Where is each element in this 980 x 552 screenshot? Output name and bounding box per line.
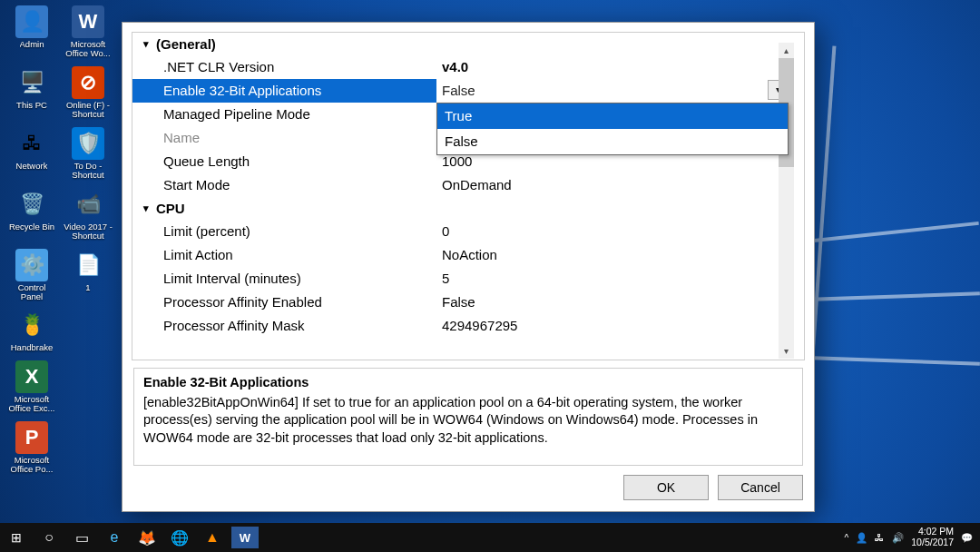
desktop-icon-label: Handbrake	[11, 343, 53, 352]
tray-overflow-icon[interactable]: ^	[845, 533, 849, 543]
desktop-icon-label: Admin	[20, 40, 44, 49]
dropdown-menu[interactable]: TrueFalse	[436, 103, 789, 155]
chrome-icon[interactable]: 🌐	[163, 523, 196, 552]
property-name: Enable 32-Bit Applications	[132, 79, 436, 103]
property-row-net[interactable]: .NET CLR Versionv4.0	[132, 55, 789, 79]
property-row-pae[interactable]: Processor Affinity EnabledFalse	[132, 291, 789, 314]
dropdown-option-false[interactable]: False	[437, 129, 788, 154]
desktop-icon-todo[interactable]: 🛡️To Do - Shortcut	[62, 127, 114, 181]
desktop-icon-controlpanel[interactable]: ⚙️Control Panel	[5, 249, 58, 302]
taskbar-clock[interactable]: 4:02 PM 10/5/2017	[911, 527, 954, 547]
advanced-settings-dialog: ▾(General).NET CLR Versionv4.0Enable 32-…	[122, 22, 815, 512]
desktop-icon-excel[interactable]: XMicrosoft Office Exc...	[5, 360, 58, 414]
property-row-sm[interactable]: Start ModeOnDemand	[132, 173, 789, 197]
property-value[interactable]: 4294967295	[436, 314, 789, 338]
excel-icon: X	[15, 360, 48, 393]
property-row-lp[interactable]: Limit (percent)0	[132, 220, 789, 243]
tray-volume-icon[interactable]: 🔊	[892, 532, 904, 544]
start-button[interactable]: ⊞	[0, 523, 33, 552]
property-grid: ▾(General).NET CLR Versionv4.0Enable 32-…	[132, 32, 805, 360]
category-general[interactable]: ▾(General)	[132, 33, 789, 55]
property-value[interactable]: NoAction	[436, 243, 789, 267]
action-center-icon[interactable]: 💬	[961, 532, 973, 544]
chevron-down-icon: ▾	[138, 38, 154, 50]
cancel-button[interactable]: Cancel	[718, 475, 803, 500]
property-name: Queue Length	[132, 150, 436, 173]
tray-network-icon[interactable]: 🖧	[875, 532, 885, 543]
property-value[interactable]: False	[436, 291, 789, 314]
desktop-icon-ppt[interactable]: PMicrosoft Office Po...	[5, 421, 58, 475]
ok-button[interactable]: OK	[623, 475, 709, 500]
desktop-icon-recyclebin[interactable]: 🗑️Recycle Bin	[5, 188, 58, 242]
property-name: Processor Affinity Enabled	[132, 291, 436, 314]
firefox-icon[interactable]: 🦊	[131, 523, 163, 552]
property-name: Processor Affinity Mask	[132, 314, 436, 338]
thispc-icon: 🖥️	[15, 66, 48, 99]
property-value[interactable]: 0	[436, 220, 789, 243]
chevron-down-icon: ▾	[138, 202, 154, 214]
tray-people-icon[interactable]: 👤	[856, 532, 867, 544]
property-name: Managed Pipeline Mode	[132, 103, 436, 126]
desktop-icon-label: Network	[16, 162, 48, 171]
edge-icon[interactable]: e	[98, 523, 131, 552]
dialog-buttons: OK Cancel	[122, 466, 814, 511]
vlc-icon[interactable]: ▲	[196, 523, 229, 552]
admin-icon: 👤	[15, 5, 48, 38]
dropdown-option-true[interactable]: True	[437, 104, 788, 129]
network-icon: 🖧	[15, 127, 48, 160]
property-name: Limit (percent)	[132, 220, 436, 243]
onlinef-icon: ⊘	[72, 66, 104, 99]
desktop: 👤AdminWMicrosoft Office Wo...🖥️This PC⊘O…	[0, 0, 118, 480]
clock-date: 10/5/2017	[911, 537, 954, 548]
desktop-icon-label: To Do - Shortcut	[64, 162, 113, 181]
word-icon: W	[72, 5, 104, 38]
property-row-li[interactable]: Limit Interval (minutes)5	[132, 267, 789, 291]
help-title: Enable 32-Bit Applications	[143, 374, 793, 392]
property-row-pam[interactable]: Processor Affinity Mask4294967295	[132, 314, 789, 338]
desktop-icon-label: This PC	[16, 101, 47, 110]
desktop-icon-label: Video 2017 - Shortcut	[64, 222, 113, 242]
desktop-icon-label: Control Panel	[7, 283, 56, 302]
property-name: Limit Action	[132, 243, 436, 267]
scroll-up-icon[interactable]: ▴	[779, 43, 794, 58]
system-tray[interactable]: ^ 👤 🖧 🔊 4:02 PM 10/5/2017 💬	[845, 527, 980, 547]
desktop-icon-word[interactable]: WMicrosoft Office Wo...	[62, 5, 114, 59]
desktop-icon-thispc[interactable]: 🖥️This PC	[5, 66, 58, 120]
desktop-icon-onlinef[interactable]: ⊘Online (F) - Shortcut	[62, 66, 114, 120]
property-name: Start Mode	[132, 173, 436, 197]
help-panel: Enable 32-Bit Applications [enable32BitA…	[133, 368, 803, 466]
scrollbar[interactable]: ▴ ▾	[779, 43, 794, 359]
todo-icon: 🛡️	[72, 127, 104, 160]
word-taskbar-icon[interactable]: W	[231, 527, 259, 548]
property-value[interactable]: OnDemand	[436, 173, 789, 197]
scroll-down-icon[interactable]: ▾	[779, 343, 794, 359]
desktop-icon-handbrake[interactable]: 🍍Handbrake	[5, 309, 58, 352]
ppt-icon: P	[15, 421, 48, 454]
property-name: Limit Interval (minutes)	[132, 267, 436, 291]
desktop-icon-one[interactable]: 📄1	[62, 249, 114, 302]
desktop-icon-admin[interactable]: 👤Admin	[5, 5, 58, 59]
desktop-icon-label: Microsoft Office Wo...	[64, 40, 113, 59]
desktop-icon-video2017[interactable]: 📹Video 2017 - Shortcut	[62, 188, 114, 242]
help-body: [enable32BitAppOnWin64] If set to true f…	[143, 394, 793, 448]
property-name: .NET CLR Version	[132, 55, 436, 79]
video2017-icon: 📹	[72, 188, 104, 221]
desktop-icon-label: Online (F) - Shortcut	[64, 101, 113, 120]
desktop-icon-network[interactable]: 🖧Network	[5, 127, 58, 181]
recyclebin-icon: 🗑️	[15, 188, 48, 221]
category-cpu[interactable]: ▾CPU	[132, 197, 789, 220]
property-value[interactable]: v4.0	[436, 55, 789, 79]
taskbar: ⊞ ○ ▭ e 🦊 🌐 ▲ W ^ 👤 🖧 🔊 4:02 PM 10/5/201…	[0, 523, 980, 552]
one-icon: 📄	[72, 249, 104, 281]
desktop-icon-label: 1	[85, 283, 90, 292]
controlpanel-icon: ⚙️	[15, 249, 48, 281]
taskview-button[interactable]: ▭	[65, 523, 98, 552]
handbrake-icon: 🍍	[15, 309, 48, 341]
property-name: Name	[132, 126, 436, 150]
desktop-icon-label: Microsoft Office Exc...	[7, 395, 56, 414]
cortana-button[interactable]: ○	[33, 523, 65, 552]
property-row-e32[interactable]: Enable 32-Bit ApplicationsFalse▾	[132, 79, 789, 103]
property-row-la[interactable]: Limit ActionNoAction	[132, 243, 789, 267]
property-value[interactable]: 5	[436, 267, 789, 291]
property-value[interactable]: False▾	[436, 79, 789, 103]
